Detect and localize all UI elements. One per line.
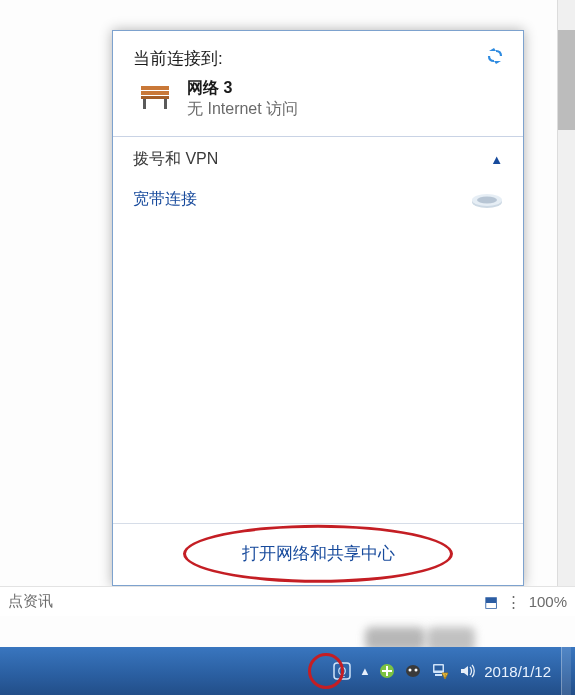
browser-status-bar: 点资讯 ⬒ ⋮ 100%	[0, 586, 575, 616]
tray-overflow-icon[interactable]: ▲	[359, 647, 370, 695]
network-flyout-popup: 当前连接到: 网络 3 无 Internet 访问	[112, 30, 524, 586]
svg-rect-3	[143, 99, 146, 109]
status-left-text: 点资讯	[8, 592, 53, 611]
current-connection-block: 网络 3 无 Internet 访问	[113, 74, 523, 136]
svg-rect-2	[141, 96, 169, 99]
open-network-sharing-center-link[interactable]: 打开网络和共享中心	[242, 544, 395, 563]
popup-header-title: 当前连接到:	[133, 47, 223, 70]
security-tray-icon[interactable]	[378, 647, 396, 695]
dialup-item-label: 宽带连接	[133, 189, 197, 210]
network-tray-icon[interactable]: !	[430, 647, 450, 695]
window-scrollbar[interactable]	[557, 0, 575, 588]
zoom-level[interactable]: 100%	[529, 593, 567, 610]
annotation-circle-tray	[308, 653, 344, 689]
svg-rect-1	[141, 91, 169, 95]
svg-point-7	[477, 197, 497, 204]
svg-rect-16	[435, 674, 442, 676]
show-desktop-button[interactable]	[561, 647, 571, 695]
popup-empty-space	[113, 218, 523, 523]
system-tray: Q ▲ !	[327, 647, 482, 695]
svg-point-13	[415, 669, 418, 672]
chevron-up-icon: ▲	[490, 152, 503, 167]
qq-small-icon[interactable]: ⬒	[484, 593, 498, 611]
scrollbar-thumb[interactable]	[558, 30, 575, 130]
status-separator: ⋮	[506, 593, 521, 611]
connection-text-group: 网络 3 无 Internet 访问	[187, 78, 298, 120]
modem-icon	[469, 188, 505, 210]
dialup-vpn-section-header[interactable]: 拨号和 VPN ▲	[113, 137, 523, 180]
svg-rect-0	[141, 86, 169, 90]
svg-point-12	[409, 669, 412, 672]
refresh-icon[interactable]	[485, 47, 505, 70]
windows-taskbar: Q ▲ ! 2018/1/12	[0, 647, 575, 695]
dialup-section-label: 拨号和 VPN	[133, 149, 218, 170]
svg-rect-4	[164, 99, 167, 109]
svg-point-11	[406, 665, 420, 677]
connection-name: 网络 3	[187, 78, 298, 99]
park-bench-icon	[139, 82, 175, 112]
app-tray-icon[interactable]	[404, 647, 422, 695]
dialup-connection-item[interactable]: 宽带连接	[113, 180, 523, 218]
connection-status: 无 Internet 访问	[187, 99, 298, 120]
taskbar-clock-date[interactable]: 2018/1/12	[484, 663, 551, 680]
volume-tray-icon[interactable]	[458, 647, 476, 695]
svg-rect-15	[435, 666, 443, 671]
popup-header: 当前连接到:	[113, 31, 523, 74]
popup-footer: 打开网络和共享中心	[113, 523, 523, 585]
